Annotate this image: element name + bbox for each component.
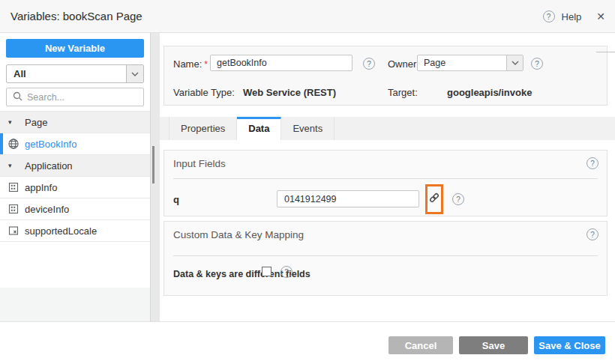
variable-summary-box: Name:* ? Owner:* Page ? Variable Type: W… bbox=[164, 46, 608, 106]
filter-dropdown[interactable]: All bbox=[6, 64, 144, 83]
close-icon[interactable]: ✕ bbox=[596, 10, 605, 22]
link-icon bbox=[428, 192, 440, 207]
tree-section-label: Page bbox=[25, 117, 47, 128]
help-icon[interactable]: ? bbox=[586, 228, 598, 240]
different-fields-checkbox[interactable] bbox=[262, 267, 272, 276]
chevron-down-icon[interactable] bbox=[126, 65, 143, 82]
caret-down-icon[interactable]: ▾ bbox=[8, 162, 12, 169]
search-icon bbox=[13, 91, 22, 104]
target-value: googleapis/invoke bbox=[447, 87, 532, 98]
tree-item-getbookinfo[interactable]: getBookInfo bbox=[0, 133, 150, 155]
save-close-button[interactable]: Save & Close bbox=[534, 336, 605, 354]
tree-item-label: appInfo bbox=[25, 182, 57, 193]
chevron-down-icon[interactable] bbox=[506, 55, 523, 70]
tree-item-supportedlocale[interactable]: supportedLocale bbox=[0, 220, 150, 242]
custom-mapping-section: Custom Data & Key Mapping ? Data & keys … bbox=[164, 221, 608, 296]
help-icon[interactable]: ? bbox=[531, 58, 543, 70]
divider bbox=[173, 255, 598, 256]
selected-indicator bbox=[0, 133, 3, 154]
param-q-label: q bbox=[173, 194, 179, 205]
save-button[interactable]: Save bbox=[459, 336, 528, 354]
scrollbar-thumb[interactable] bbox=[152, 146, 154, 183]
filter-dropdown-value: All bbox=[7, 68, 126, 79]
name-label: Name:* bbox=[173, 58, 208, 70]
section-title: Input Fields bbox=[173, 158, 226, 169]
variables-sidebar: New Variable All ▾ Page getBookInfo bbox=[0, 33, 150, 321]
vertical-scrollbar[interactable] bbox=[150, 33, 160, 321]
help-link[interactable]: Help bbox=[562, 11, 582, 22]
page-title: Variables: bookScan Page bbox=[10, 0, 142, 33]
tree-item-label: getBookInfo bbox=[25, 139, 76, 150]
required-asterisk: * bbox=[204, 59, 208, 70]
variable-type-value: Web Service (REST) bbox=[243, 87, 336, 98]
dialog-footer: Cancel Save Save & Close bbox=[0, 321, 615, 364]
cancel-button[interactable]: Cancel bbox=[388, 336, 453, 354]
sidebar-footer-area bbox=[0, 288, 150, 321]
document-x-icon bbox=[8, 225, 20, 237]
variables-tree: ▾ Page getBookInfo ▾ Application bbox=[0, 111, 150, 242]
name-input[interactable] bbox=[210, 55, 352, 71]
tree-item-appinfo[interactable]: appInfo bbox=[0, 177, 150, 198]
tree-item-label: deviceInfo bbox=[25, 204, 69, 215]
tab-events[interactable]: Events bbox=[281, 117, 334, 140]
help-icon[interactable]: ? bbox=[363, 58, 375, 70]
assign-link-button[interactable] bbox=[425, 184, 443, 214]
app-grid-icon bbox=[8, 203, 20, 215]
owner-dropdown[interactable]: Page bbox=[417, 55, 524, 71]
divider bbox=[173, 178, 598, 179]
variable-type-label: Variable Type: bbox=[173, 87, 235, 98]
section-title: Custom Data & Key Mapping bbox=[173, 229, 304, 240]
new-variable-button[interactable]: New Variable bbox=[6, 39, 144, 58]
dialog-header: Variables: bookScan Page ? Help ✕ bbox=[0, 0, 615, 33]
tree-section-application[interactable]: ▾ Application bbox=[0, 155, 150, 177]
tab-properties[interactable]: Properties bbox=[169, 117, 237, 140]
owner-dropdown-value: Page bbox=[418, 58, 506, 68]
param-q-input[interactable] bbox=[277, 190, 419, 207]
globe-icon bbox=[8, 138, 20, 150]
footer-buttons: Cancel Save Save & Close bbox=[388, 336, 605, 354]
help-icon[interactable]: ? bbox=[280, 266, 292, 278]
help-icon[interactable]: ? bbox=[543, 10, 555, 22]
tree-section-page[interactable]: ▾ Page bbox=[0, 112, 150, 133]
panel-edge-line bbox=[596, 52, 615, 52]
search-box bbox=[6, 88, 144, 106]
variable-detail-panel: Name:* ? Owner:* Page ? Variable Type: W… bbox=[160, 33, 615, 321]
detail-tabs: Properties Data Events bbox=[160, 117, 615, 140]
search-input[interactable] bbox=[27, 92, 137, 103]
app-grid-icon bbox=[8, 181, 20, 193]
tree-section-label: Application bbox=[25, 160, 73, 172]
tree-item-deviceinfo[interactable]: deviceInfo bbox=[0, 198, 150, 220]
help-icon[interactable]: ? bbox=[452, 193, 464, 205]
input-fields-section: Input Fields ? q ? bbox=[164, 150, 608, 216]
target-label: Target: bbox=[388, 87, 418, 98]
header-actions: ? Help ✕ bbox=[543, 0, 605, 33]
caret-down-icon[interactable]: ▾ bbox=[8, 118, 12, 126]
help-icon[interactable]: ? bbox=[586, 157, 598, 169]
tree-item-label: supportedLocale bbox=[25, 225, 97, 237]
tab-data[interactable]: Data bbox=[237, 117, 281, 140]
